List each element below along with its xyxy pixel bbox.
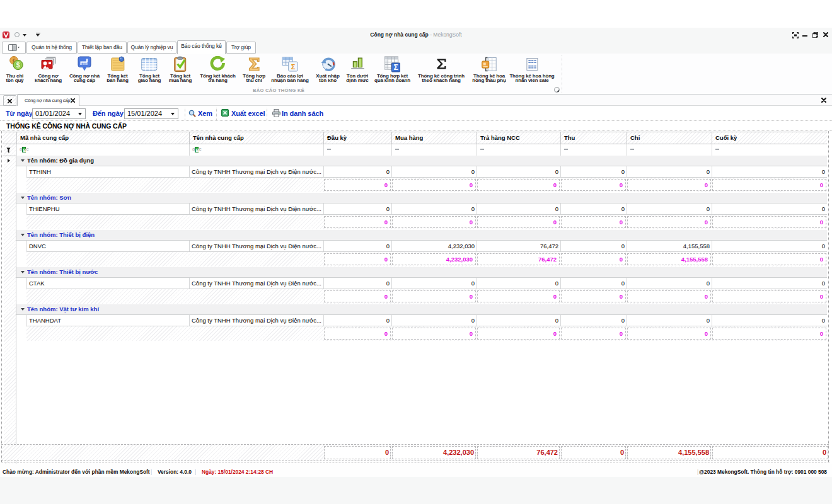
svg-text:$: $	[16, 61, 20, 69]
svg-text:Σ: Σ	[291, 62, 295, 70]
svg-text:Σ: Σ	[393, 63, 398, 72]
